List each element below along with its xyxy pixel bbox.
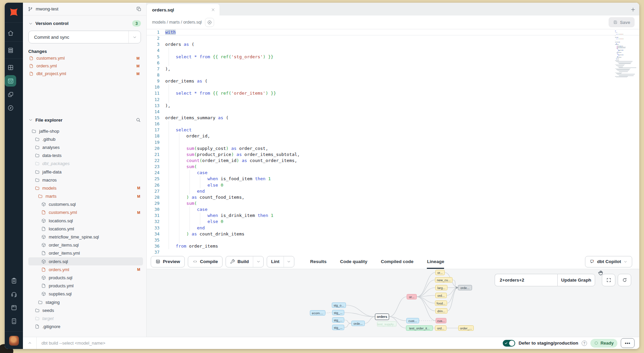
code-line[interactable]: 6 <box>147 60 639 66</box>
chevron-down-icon[interactable] <box>28 21 33 26</box>
code-line[interactable]: 3orders as ( <box>147 41 639 47</box>
sidebar-item-catalog[interactable] <box>8 315 20 327</box>
expand-command-bar-button[interactable] <box>23 337 37 349</box>
commit-options-dropdown[interactable] <box>128 31 141 43</box>
code-line[interactable]: 4 <box>147 47 639 54</box>
code-line[interactable]: 8 <box>147 72 639 78</box>
lineage-node-ord2[interactable]: ord... <box>435 325 446 331</box>
search-icon[interactable] <box>136 117 141 123</box>
code-line[interactable]: 37 <box>147 249 639 254</box>
code-line[interactable]: 25 when is_food_item then 1 <box>147 176 639 182</box>
tab-results[interactable]: Results <box>310 254 327 269</box>
tab-compiled-code[interactable]: Compiled code <box>381 254 414 269</box>
code-line[interactable]: 10 <box>147 84 639 90</box>
code-line[interactable]: 21 sum(product_price) as order_items_sub… <box>147 152 639 158</box>
tree-item-target[interactable]: target <box>28 314 143 322</box>
tree-item-customers-sql[interactable]: customers.sql <box>28 200 143 208</box>
code-line[interactable]: 11 select * from {{ ref('order_items') }… <box>147 90 639 96</box>
sidebar-item-dashboard[interactable] <box>5 62 16 73</box>
code-line[interactable]: 19 <box>147 139 639 146</box>
code-line[interactable]: 12 <box>147 97 639 103</box>
tree-item-analyses[interactable]: analyses <box>28 143 143 151</box>
tree-item-dbt-packages[interactable]: dbt_packages <box>28 160 143 168</box>
tree-item-orders-yml[interactable]: orders.ymlM <box>28 265 143 274</box>
breadcrumb[interactable]: models / marts / orders.sql <box>152 20 202 25</box>
tree-item-jaffle-shop[interactable]: jaffle-shop <box>28 127 143 135</box>
lineage-panel[interactable]: ecom....stg_o...stg_...stg_...stg_...ord… <box>147 269 639 337</box>
sidebar-item-home[interactable] <box>5 27 16 39</box>
code-editor[interactable]: 1with23orders as (45 select * from {{ re… <box>147 29 639 254</box>
tab-lineage[interactable]: Lineage <box>427 254 444 269</box>
commit-and-sync-button[interactable]: Commit and sync <box>28 31 141 43</box>
ready-status-badge[interactable]: Ready <box>590 339 617 348</box>
lineage-filter-input[interactable]: 2+orders+2 <box>495 274 557 286</box>
code-line[interactable]: 36 from order_items <box>147 243 639 249</box>
code-line[interactable]: 32 else 0 <box>147 219 639 225</box>
build-button[interactable]: Build <box>226 256 253 267</box>
code-line[interactable]: 23 sum( <box>147 164 639 170</box>
code-line[interactable]: 31 when is_drink_item then 1 <box>147 213 639 219</box>
dbt-logo-icon[interactable] <box>8 7 19 18</box>
tree-item-seeds[interactable]: seeds <box>28 306 143 314</box>
lineage-node-orde1[interactable]: orde... <box>351 321 365 326</box>
sidebar-item-jobs[interactable] <box>5 89 16 100</box>
code-line[interactable]: 26 else 0 <box>147 182 639 188</box>
changed-file-dbt-project-yml[interactable]: dbt_project.ymlM <box>28 70 141 77</box>
update-graph-button[interactable]: Update Graph <box>557 274 595 286</box>
code-line[interactable]: 20 sum(supply_cost) as order_cost, <box>147 146 639 152</box>
tree-item-locations-yml[interactable]: locations.yml <box>28 225 143 233</box>
lineage-node-newcu[interactable]: new_cu... <box>435 277 452 283</box>
more-options-button[interactable]: ••• <box>621 338 635 348</box>
lineage-node-or_p[interactable]: or... <box>407 294 417 299</box>
tree-item-customers-yml[interactable]: customers.ymlM <box>28 208 143 217</box>
code-line[interactable]: 16 <box>147 121 639 127</box>
tree-item-locations-sql[interactable]: locations.sql <box>28 217 143 225</box>
tree-item-data-tests[interactable]: data-tests <box>28 152 143 160</box>
preview-button[interactable]: Preview <box>151 256 185 267</box>
lineage-node-ord1[interactable]: ord... <box>435 293 447 298</box>
code-line[interactable]: 15order_items_summary as ( <box>147 115 639 121</box>
tree-item-macros[interactable]: macros <box>28 176 143 184</box>
lineage-node-ghost[interactable]: test_supply... <box>377 321 397 327</box>
lint-options-dropdown[interactable] <box>284 256 294 267</box>
code-line[interactable]: 30 case <box>147 206 639 213</box>
lineage-node-order3[interactable]: order_... <box>458 325 474 331</box>
changed-file-orders-yml[interactable]: orders.ymlM <box>28 62 141 69</box>
lineage-node-ordegr[interactable]: orde... <box>458 285 472 290</box>
tree-item-marts[interactable]: martsM <box>28 192 143 200</box>
code-line[interactable]: 22 count(order_item_id) as count_order_i… <box>147 158 639 164</box>
sidebar-item-headset[interactable] <box>8 288 20 300</box>
chevron-down-icon[interactable] <box>28 118 33 122</box>
lineage-node-stg2[interactable]: stg_... <box>332 310 344 315</box>
sidebar-item-notebook[interactable] <box>8 302 20 313</box>
lineage-node-food[interactable]: food... <box>435 300 447 306</box>
tree-item-models[interactable]: modelsM <box>28 184 143 192</box>
lineage-node-cust[interactable]: cust... <box>406 318 419 323</box>
tree-item-orders-sql[interactable]: orders.sql <box>28 257 143 265</box>
dbt-copilot-button[interactable]: dbt Copilot <box>585 256 632 267</box>
lineage-node-stg3[interactable]: stg_... <box>332 317 344 323</box>
code-line[interactable]: 27 end <box>147 188 639 194</box>
code-line[interactable]: 9order_items as ( <box>147 78 639 84</box>
open-in-lineage-button[interactable] <box>205 18 214 27</box>
lineage-node-larg[interactable]: larg... <box>435 285 447 290</box>
refresh-graph-button[interactable] <box>618 274 631 286</box>
code-line[interactable]: 24 case <box>147 170 639 176</box>
command-input[interactable]: dbt build --select <model_name> <box>41 341 503 346</box>
code-line[interactable]: 34 ) as count_drink_items <box>147 231 639 237</box>
changed-file-customers-yml[interactable]: customers.ymlM <box>28 55 141 62</box>
lineage-node-ecom[interactable]: ecom.... <box>310 310 325 316</box>
branch-selector[interactable]: mwong-test <box>23 3 146 15</box>
sidebar-item-warehouse[interactable] <box>5 44 16 56</box>
tree-item-order-items-yml[interactable]: order_items.yml <box>28 249 143 257</box>
new-tab-icon[interactable] <box>630 7 636 12</box>
lineage-node-or_y[interactable]: or... <box>435 270 445 275</box>
code-line[interactable]: 17 select <box>147 127 639 133</box>
close-tab-icon[interactable] <box>211 7 215 12</box>
minimap[interactable] <box>615 31 636 78</box>
help-icon[interactable]: ? <box>582 341 587 346</box>
code-line[interactable]: 33 end <box>147 225 639 231</box>
defer-toggle[interactable] <box>503 340 515 347</box>
code-line[interactable]: 18 order_id, <box>147 133 639 139</box>
compile-button[interactable]: Compile <box>188 256 223 267</box>
